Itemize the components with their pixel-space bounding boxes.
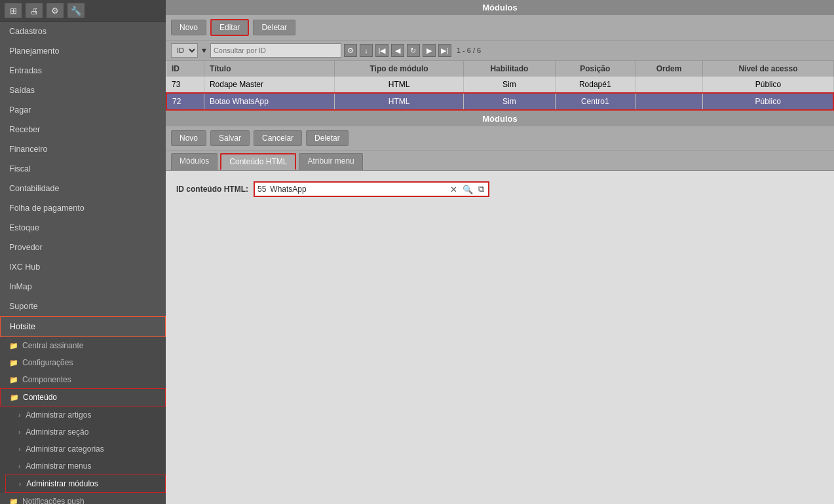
sidebar-item-fiscal[interactable]: Fiscal	[0, 159, 166, 179]
cell-posicao: Rodapé1	[555, 77, 635, 93]
sidebar-item-provedor[interactable]: Provedor	[0, 238, 166, 257]
tab-atribuir-menu[interactable]: Atribuir menu	[299, 153, 362, 170]
folder-icon: 📁	[9, 497, 18, 505]
module-content: ID conteúdo HTML: 55 WhatsApp ✕ 🔍 ⧉	[166, 171, 834, 504]
folder-icon: 📁	[9, 359, 18, 367]
print-icon-button[interactable]: 🖨	[25, 3, 43, 18]
search-icon-button[interactable]: 🔍	[461, 184, 474, 194]
tab-modulos[interactable]: Módulos	[171, 153, 218, 170]
sidebar-admin-secao[interactable]: › Administrar seção	[5, 423, 166, 441]
sidebar-item-receber[interactable]: Receber	[0, 120, 166, 139]
sidebar-item-planejamento[interactable]: Planejamento	[0, 41, 166, 61]
sidebar-central-assinante[interactable]: 📁 Central assinante	[0, 337, 166, 354]
sidebar-configuracoes[interactable]: 📁 Configurações	[0, 354, 166, 371]
grid-icon-button[interactable]: ⊞	[4, 3, 22, 18]
cell-tipo: HTML	[334, 77, 463, 93]
refresh-button[interactable]: ↻	[407, 44, 420, 57]
top-toolbar: Novo Editar Deletar	[166, 15, 834, 41]
html-content-input-container[interactable]: 55 WhatsApp ✕ 🔍 ⧉	[254, 181, 489, 197]
sidebar-admin-categorias[interactable]: › Administrar categorias	[5, 441, 166, 458]
sidebar-item-folha[interactable]: Folha de pagamento	[0, 198, 166, 218]
last-page-button[interactable]: ▶|	[438, 44, 451, 57]
settings-icon-button[interactable]: ⚙	[46, 3, 64, 18]
html-content-icons: ✕ 🔍 ⧉	[449, 184, 485, 194]
filter-bar: ID ▼ ⚙ ↓ |◀ ◀ ↻ ▶ ▶| 1 - 6 / 6	[166, 41, 834, 61]
sidebar-item-entradas[interactable]: Entradas	[0, 61, 166, 81]
sidebar-componentes[interactable]: 📁 Componentes	[0, 371, 166, 388]
col-nivel: Nível de acesso	[703, 61, 833, 77]
sidebar-admin-menus[interactable]: › Administrar menus	[5, 458, 166, 475]
conteudo-submenu: › Administrar artigos › Administrar seçã…	[0, 406, 166, 493]
next-page-button[interactable]: ▶	[423, 44, 436, 57]
sidebar-item-ixchub[interactable]: IXC Hub	[0, 257, 166, 277]
arrow-icon: ›	[19, 480, 21, 488]
deletar-button[interactable]: Deletar	[253, 20, 295, 35]
cell-titulo: Botao WhatsApp	[204, 93, 334, 110]
module-salvar-button[interactable]: Salvar	[210, 130, 250, 146]
folder-icon: 📁	[9, 376, 18, 384]
sidebar-item-inmap[interactable]: InMap	[0, 277, 166, 297]
open-icon-button[interactable]: ⧉	[477, 184, 485, 194]
cell-nivel: Público	[703, 93, 833, 110]
html-content-field-row: ID conteúdo HTML: 55 WhatsApp ✕ 🔍 ⧉	[176, 181, 824, 197]
module-cancelar-button[interactable]: Cancelar	[254, 130, 302, 146]
tab-conteudo-html[interactable]: Conteúdo HTML	[220, 153, 296, 170]
novo-button[interactable]: Novo	[171, 20, 206, 35]
sidebar-item-suporte[interactable]: Suporte	[0, 297, 166, 316]
arrow-icon: ›	[18, 429, 20, 436]
sidebar-item-contabilidade[interactable]: Contabilidade	[0, 179, 166, 198]
sidebar-conteudo[interactable]: 📁 Conteúdo	[0, 388, 166, 406]
download-icon-button[interactable]: ↓	[360, 44, 373, 57]
editar-button[interactable]: Editar	[210, 19, 249, 36]
cell-titulo: Rodape Master	[204, 77, 334, 93]
col-id: ID	[166, 61, 204, 77]
table-header-row: ID Título Tipo de módulo Habilitado Posi…	[166, 61, 833, 77]
id-filter-select[interactable]: ID	[171, 43, 198, 58]
page-title: Módulos	[166, 0, 834, 15]
sidebar-item-saidas[interactable]: Saídas	[0, 81, 166, 100]
sidebar-item-financeiro[interactable]: Financeiro	[0, 139, 166, 159]
prev-page-button[interactable]: ◀	[391, 44, 404, 57]
html-content-id: 55	[257, 185, 266, 194]
sidebar-item-cadastros[interactable]: Cadastros	[0, 22, 166, 41]
col-titulo: Título	[204, 61, 334, 77]
module-deletar-button[interactable]: Deletar	[306, 130, 349, 146]
sidebar-item-hotsite[interactable]: Hotsite	[0, 316, 166, 337]
tool-icon-button[interactable]: 🔧	[67, 3, 85, 18]
cell-ordem	[635, 93, 703, 110]
folder-icon: 📁	[9, 342, 18, 350]
sidebar-top-bar: ⊞ 🖨 ⚙ 🔧	[0, 0, 166, 22]
hotsite-submenu: 📁 Central assinante 📁 Configurações 📁 Co…	[0, 337, 166, 504]
module-tabs: Módulos Conteúdo HTML Atribuir menu	[166, 151, 834, 171]
module-novo-button[interactable]: Novo	[171, 130, 206, 146]
table-row[interactable]: 73 Rodape Master HTML Sim Rodapé1 Públic…	[166, 77, 833, 93]
sidebar-admin-artigos[interactable]: › Administrar artigos	[5, 406, 166, 423]
cell-id: 72	[166, 93, 204, 110]
html-content-label: ID conteúdo HTML:	[176, 185, 248, 194]
module-section-title: Módulos	[166, 111, 834, 126]
modules-table: ID Título Tipo de módulo Habilitado Posi…	[166, 61, 834, 111]
cell-posicao: Centro1	[555, 93, 635, 110]
sidebar-notificacoes[interactable]: 📁 Notificações push	[0, 493, 166, 504]
sidebar: ⊞ 🖨 ⚙ 🔧 Cadastros Planejamento Entradas …	[0, 0, 166, 504]
sidebar-item-pagar[interactable]: Pagar	[0, 100, 166, 120]
config-icon-button[interactable]: ⚙	[344, 44, 357, 57]
sidebar-item-estoque[interactable]: Estoque	[0, 218, 166, 238]
search-input[interactable]	[210, 43, 341, 58]
arrow-icon: ›	[18, 412, 20, 419]
cell-ordem	[635, 77, 703, 93]
col-ordem: Ordem	[635, 61, 703, 77]
clear-icon-button[interactable]: ✕	[449, 184, 459, 194]
table-row[interactable]: 72 Botao WhatsApp HTML Sim Centro1 Públi…	[166, 93, 833, 110]
col-tipo: Tipo de módulo	[334, 61, 463, 77]
first-page-button[interactable]: |◀	[375, 44, 389, 57]
sidebar-admin-modulos[interactable]: › Administrar módulos	[5, 475, 166, 493]
filter-arrow-icon: ▼	[200, 46, 208, 54]
col-habilitado: Habilitado	[464, 61, 555, 77]
module-toolbar: Novo Salvar Cancelar Deletar	[166, 126, 834, 151]
col-posicao: Posição	[555, 61, 635, 77]
arrow-icon: ›	[18, 446, 20, 453]
cell-habilitado: Sim	[464, 77, 555, 93]
cell-id: 73	[166, 77, 204, 93]
cell-habilitado: Sim	[464, 93, 555, 110]
